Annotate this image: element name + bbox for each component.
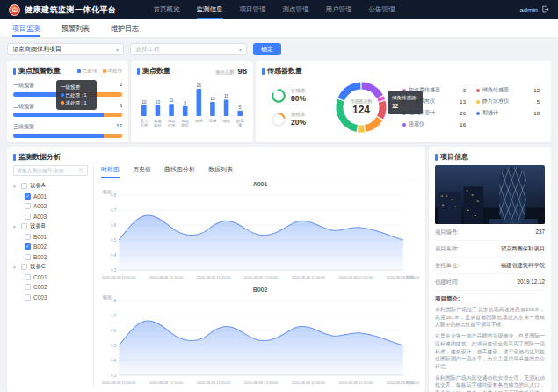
confirm-button[interactable]: 确定 — [253, 43, 281, 55]
svg-text:9: 9 — [184, 101, 186, 105]
project-select-value: 望京商圈保利项目 — [12, 45, 62, 54]
svg-text:11: 11 — [170, 98, 174, 103]
svg-text:2020-08-08 12:20:00: 2020-08-08 12:20:00 — [197, 381, 231, 385]
tree-node-point[interactable]: A003 — [13, 212, 88, 222]
svg-text:倾角: 倾角 — [222, 119, 230, 124]
tab-maintenance-log[interactable]: 维护日志 — [111, 19, 139, 37]
offline-ring-icon — [271, 112, 286, 127]
tree-node-point[interactable]: C002 — [13, 282, 88, 293]
nav-item-user-mgmt[interactable]: 用户管理 — [326, 0, 352, 19]
analysis-card: 监测数据分析 请输入测点编号/名称 ▾设备A✓A001A002A003▾设备BB… — [7, 147, 425, 392]
title-accent-bar — [435, 154, 438, 161]
tree-node-point[interactable]: ✓A001 — [13, 192, 88, 202]
svg-text:4.3: 4.3 — [111, 373, 117, 377]
device-tree: ▾设备A✓A001A002A003▾设备BB001✓B002B003▾设备CC0… — [13, 181, 88, 302]
project-info-card: 项目信息 — [429, 147, 551, 392]
checkbox[interactable]: ✓ — [25, 193, 31, 200]
unprocessed-bar-segment — [104, 134, 122, 138]
checkbox[interactable] — [25, 234, 31, 240]
top-navbar: 健康建筑监测一体化平台 首页概览 监测信息 项目管理 测点管理 用户管理 公告管… — [0, 0, 558, 19]
sensor-legend-item[interactable]: 静力水准仪5 — [476, 96, 540, 107]
checkbox[interactable] — [21, 223, 27, 229]
points-total: 测点总数: 98 — [215, 66, 247, 76]
legend-unprocessed[interactable]: 未处理 — [103, 68, 123, 74]
stat-card-row: 测点预警数量 已处理 未处理 一级预警2二级预警6三级预警12 一级预警 已处理… — [7, 61, 551, 142]
project-field-row: 委托单位: 福建省建筑科学院 — [435, 258, 545, 274]
nav-item-point-mgmt[interactable]: 测点管理 — [283, 0, 309, 19]
caret-icon[interactable]: ▾ — [13, 224, 18, 229]
project-select[interactable]: 望京商圈保利项目 ▾ — [7, 43, 124, 55]
unprocessed-bar-segment — [104, 113, 122, 117]
checkbox[interactable] — [25, 254, 31, 260]
svg-text:4.7: 4.7 — [111, 208, 117, 213]
nav-item-monitoring-info[interactable]: 监测信息 — [197, 0, 223, 19]
tab-history-values[interactable]: 历史值 — [133, 165, 151, 174]
tree-node-device[interactable]: ▾设备A — [13, 181, 88, 192]
sensor-legend-item[interactable]: 强震仪16 — [402, 119, 466, 130]
checkbox[interactable] — [25, 294, 31, 301]
tab-time-history[interactable]: 时程图 — [101, 165, 120, 174]
sensor-legend-item[interactable]: 裂缝计18 — [476, 107, 540, 119]
project-field-row: 项目名称: 望京商圈保利项目 — [435, 241, 545, 258]
tree-node-point[interactable]: B001 — [13, 232, 88, 243]
checkbox[interactable] — [25, 274, 31, 280]
checkbox[interactable] — [25, 284, 31, 290]
svg-text:10: 10 — [156, 100, 161, 105]
svg-text:2020-08-08 13:00:00: 2020-08-08 13:00:00 — [387, 275, 419, 279]
tree-node-point[interactable]: B003 — [13, 252, 88, 263]
chart-panel: 时程图 历史值 曲线图分析 数据列表 A001 幅值 4.34.44.54.64… — [94, 165, 419, 388]
sensors-card: 传感器数量 在线率 80% — [256, 61, 551, 142]
sensor-legend-item[interactable]: 加速度传感器3 — [402, 84, 466, 96]
tab-project-monitoring[interactable]: 项目监测 — [12, 19, 40, 37]
tree-node-point[interactable]: C003 — [13, 293, 88, 303]
points-bar-chart: 10应力应变10风速风向11地震作用9地震相应25裂缝13沉降15倾角5舒适度 — [137, 77, 247, 134]
username[interactable]: admin — [520, 6, 538, 14]
sensor-legend-item[interactable]: 风速风向仪13 — [402, 96, 466, 107]
donut-center-label: 传感器总数 124 — [332, 78, 390, 136]
sensor-legend-item[interactable]: 倾角传感器12 — [476, 84, 540, 96]
tree-node-point[interactable]: C001 — [13, 272, 88, 283]
chevron-down-icon: ▾ — [116, 47, 119, 53]
checkbox[interactable]: ✓ — [25, 243, 31, 250]
svg-text:4.4: 4.4 — [111, 358, 117, 362]
checkbox[interactable] — [21, 183, 27, 189]
tab-data-list[interactable]: 数据列表 — [208, 165, 233, 174]
tree-node-device[interactable]: ▾设备B — [13, 221, 88, 232]
chart-title: A001 — [101, 181, 419, 190]
svg-text:2020-08-08 13:00:00: 2020-08-08 13:00:00 — [387, 381, 419, 385]
checkbox[interactable] — [21, 264, 27, 270]
sensor-legend-item[interactable]: 弦式应变计26 — [402, 107, 466, 119]
warning-legend: 已处理 未处理 — [77, 68, 122, 74]
legend-processed[interactable]: 已处理 — [77, 68, 98, 74]
processed-bar-segment — [13, 92, 68, 97]
tree-node-device[interactable]: ▾设备C — [13, 262, 88, 272]
title-accent-bar — [262, 68, 265, 75]
caret-icon[interactable]: ▾ — [13, 184, 18, 189]
tab-curve-analysis[interactable]: 曲线图分析 — [164, 165, 195, 174]
svg-text:时间: 时间 — [406, 275, 414, 280]
points-card: 测点数量 测点总数: 98 10应力应变10风速风向11地震作用9地震相应25裂… — [131, 61, 253, 142]
analysis-card-title: 监测数据分析 — [18, 152, 61, 162]
tree-node-point[interactable]: A002 — [13, 201, 88, 212]
tree-node-point[interactable]: ✓B002 — [13, 242, 88, 252]
logout-icon[interactable] — [541, 5, 549, 15]
caret-icon[interactable]: ▾ — [13, 265, 18, 270]
svg-text:4.4: 4.4 — [111, 253, 117, 258]
checkbox[interactable] — [25, 203, 31, 209]
engineering-select-placeholder: 选择工程 — [135, 45, 160, 54]
svg-text:2020-08-08 12:00:00: 2020-08-08 12:00:00 — [102, 275, 136, 279]
online-ring-icon — [271, 88, 286, 104]
point-search-input[interactable]: 请输入测点编号/名称 — [13, 165, 88, 176]
points-card-title: 测点数量 — [142, 66, 170, 76]
timeseries-chart-b002: 4.34.44.54.64.74.82020-08-08 12:00:00202… — [101, 295, 419, 388]
tab-warning-list[interactable]: 预警列表 — [62, 19, 90, 37]
nav-item-overview[interactable]: 首页概览 — [154, 0, 180, 19]
warning-card-title: 测点预警数量 — [18, 66, 61, 76]
nav-item-project-mgmt[interactable]: 项目管理 — [240, 0, 266, 19]
processed-dot-icon — [77, 69, 81, 73]
engineering-select[interactable]: 选择工程 ▾ — [130, 43, 247, 55]
chart-block-b002: B002 幅值 4.34.44.54.64.74.82020-08-08 12:… — [101, 284, 419, 389]
svg-text:4.5: 4.5 — [111, 238, 117, 243]
checkbox[interactable] — [25, 214, 31, 220]
nav-item-announcement-mgmt[interactable]: 公告管理 — [369, 0, 395, 19]
